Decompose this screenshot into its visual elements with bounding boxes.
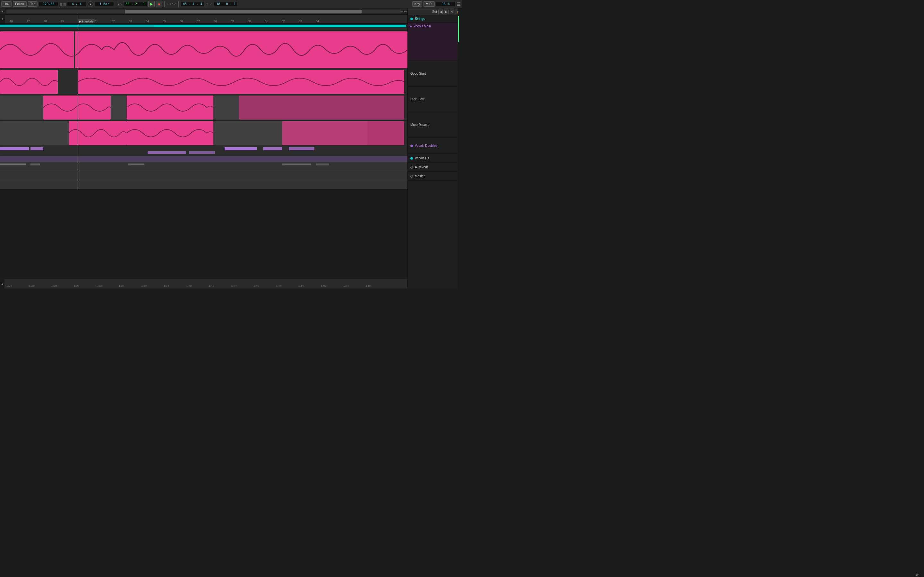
track-name-master: Master xyxy=(415,174,425,178)
clip-doubled-6[interactable] xyxy=(263,147,282,150)
zoom-display[interactable]: 15 % xyxy=(436,1,455,7)
track-color-strings xyxy=(410,18,413,20)
separator-2 xyxy=(164,1,165,7)
clip-doubled-2[interactable] xyxy=(31,147,43,150)
time-sig-display[interactable]: 4 / 4 xyxy=(67,1,86,7)
time-mark: 1:48 xyxy=(276,284,282,287)
ruler-mark: 58 xyxy=(214,19,217,23)
track-strings-clips[interactable] xyxy=(0,24,407,31)
clip-vocals-main-1[interactable] xyxy=(0,31,407,68)
follow-button[interactable]: Follow xyxy=(13,1,27,7)
track-name-vocals-fx: Vocals FX xyxy=(415,156,429,160)
set-controls: Set ◀ ▶ ✎ 🔒 xyxy=(408,8,462,15)
tracks-container: 1/4 xyxy=(0,24,407,279)
track-list-item-vocals-doubled[interactable]: Vocals Doubled xyxy=(408,138,462,154)
midi-button[interactable]: MIDI xyxy=(423,1,435,7)
playhead-doubled xyxy=(78,146,78,162)
track-name-vocals-doubled: Vocals Doubled xyxy=(415,144,437,147)
playhead-vocals xyxy=(78,31,78,69)
play-button[interactable]: ▶ xyxy=(148,1,155,7)
time-mark: 1:32 xyxy=(96,284,102,287)
bars-display[interactable]: 18 . 0 . 1 xyxy=(214,1,238,7)
track-nice-flow-clips[interactable] xyxy=(0,95,407,120)
scroll-bar-top[interactable]: ▼ H W xyxy=(0,8,407,15)
ruler-mark: 53 xyxy=(129,19,132,23)
track-list-item-good-start[interactable]: ⊞ Good Start xyxy=(408,61,462,87)
clip-doubled-bg xyxy=(0,156,407,162)
clip-nice-flow-3[interactable] xyxy=(239,95,404,119)
separator-3 xyxy=(178,1,179,7)
time-mark: 1:40 xyxy=(186,284,192,287)
clip-strings-2[interactable] xyxy=(154,25,406,27)
track-list-item-a-reverb[interactable]: A Reverb xyxy=(408,163,462,172)
clip-doubled-7[interactable] xyxy=(289,147,314,150)
ruler-mark: 49 xyxy=(61,19,64,23)
clip-fx-3[interactable] xyxy=(128,163,144,165)
track-vocals-main-clips[interactable] xyxy=(0,31,407,69)
tap-button[interactable]: Tap xyxy=(28,1,37,7)
clip-fx-1[interactable] xyxy=(0,163,26,165)
clip-nice-flow-2[interactable] xyxy=(127,95,213,119)
set-next-button[interactable]: ▶ xyxy=(444,10,449,14)
ruler-collapse[interactable]: ▼ xyxy=(0,15,5,23)
playhead-good xyxy=(78,69,78,95)
track-more-relaxed-clips[interactable] xyxy=(0,121,407,146)
track-master-clips[interactable] xyxy=(0,180,407,189)
hamburger-icon[interactable]: ☰ xyxy=(457,2,461,7)
clip-relaxed-dark-1[interactable] xyxy=(0,121,43,145)
track-a-reverb-clips[interactable] xyxy=(0,171,407,180)
clip-strings-gap xyxy=(61,25,80,27)
clip-nice-flow-dark-1[interactable] xyxy=(0,95,43,119)
track-list-item-vocals-fx[interactable]: Vocals FX xyxy=(408,154,462,163)
stop-button[interactable]: ■ xyxy=(156,1,162,7)
track-list-item-nice-flow[interactable]: ⊞ Nice Flow xyxy=(408,87,462,112)
arrangement-tracks: 1/4 xyxy=(0,24,407,279)
clip-doubled-4[interactable] xyxy=(189,151,215,154)
clip-nice-flow-dark-2[interactable] xyxy=(111,95,127,119)
record-icon: ○ xyxy=(174,2,176,6)
timeline-ruler[interactable]: ▼ 46 47 48 49 50 51 52 53 54 55 56 57 58… xyxy=(0,15,407,24)
bottom-timeline[interactable]: ▲ 1:24 1:26 1:28 1:30 1:32 1:34 1:36 1:3… xyxy=(0,279,407,288)
clip-doubled-3[interactable] xyxy=(148,151,186,154)
clip-nice-flow-dark-3[interactable] xyxy=(213,95,239,119)
clip-fx-2[interactable] xyxy=(31,163,40,165)
clip-good-start-2[interactable] xyxy=(78,70,404,94)
track-color-doubled xyxy=(410,145,413,147)
clip-doubled-5[interactable] xyxy=(225,147,257,150)
track-list-item-strings[interactable]: Strings xyxy=(408,15,462,23)
section-marker: ▶ Interlude xyxy=(78,19,95,24)
clip-relaxed-2[interactable] xyxy=(127,121,213,145)
clip-good-start-1[interactable] xyxy=(0,70,58,94)
key-button[interactable]: Key xyxy=(412,1,422,7)
h-scrollbar[interactable] xyxy=(6,10,401,13)
punch-icon: ⟋ xyxy=(210,2,213,6)
track-list-item-vocals-main[interactable]: ▶ Vocals Main xyxy=(408,23,462,61)
position-display-1[interactable]: 50 . 2 . 1 xyxy=(123,1,147,7)
track-list-item-more-relaxed[interactable]: ⊞ More Relaxed xyxy=(408,112,462,138)
clip-doubled-1[interactable] xyxy=(0,147,29,150)
track-nice-flow xyxy=(0,95,407,121)
track-name-strings: Strings xyxy=(415,17,425,21)
track-good-start-clips[interactable] xyxy=(0,69,407,95)
collapse-button[interactable]: ▼ xyxy=(0,8,5,15)
position-display-2[interactable]: 45 . 4 . 4 xyxy=(181,1,204,7)
clip-fx-4[interactable] xyxy=(282,163,311,165)
quantize-display[interactable]: 1 Bar xyxy=(95,1,114,7)
link-button[interactable]: Link xyxy=(1,1,11,7)
set-prev-button[interactable]: ◀ xyxy=(438,10,443,14)
timeline-collapse[interactable]: ▲ xyxy=(0,279,5,288)
clip-relaxed-3[interactable] xyxy=(282,121,404,145)
tempo-display[interactable]: 129.00 xyxy=(39,1,58,7)
track-vocals-fx-clips[interactable] xyxy=(0,162,407,171)
clip-fx-5[interactable] xyxy=(316,163,329,165)
clip-nice-flow-1[interactable] xyxy=(43,95,111,119)
scroll-controls: H W xyxy=(401,8,407,15)
track-list-item-master[interactable]: Master xyxy=(408,172,462,181)
h-scroll-thumb[interactable] xyxy=(125,10,362,13)
time-mark: 1:36 xyxy=(141,284,147,287)
metronome-button[interactable]: ● xyxy=(87,1,94,7)
track-vocals-doubled-clips[interactable] xyxy=(0,146,407,162)
set-pencil-button[interactable]: ✎ xyxy=(450,10,454,14)
clip-relaxed-dark-2[interactable] xyxy=(43,121,69,145)
ruler-mark: 46 xyxy=(10,19,13,23)
